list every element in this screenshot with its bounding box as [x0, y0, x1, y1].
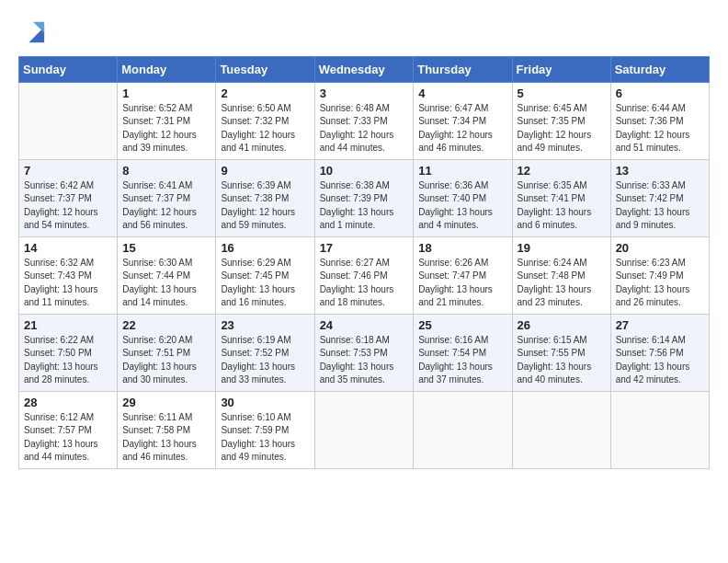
calendar-cell: 19Sunrise: 6:24 AM Sunset: 7:48 PM Dayli…	[512, 236, 610, 314]
day-number: 9	[221, 164, 309, 178]
day-number: 10	[320, 164, 409, 178]
day-number: 25	[418, 318, 506, 332]
calendar-cell: 14Sunrise: 6:32 AM Sunset: 7:43 PM Dayli…	[19, 236, 118, 314]
day-number: 24	[320, 318, 409, 332]
column-header-wednesday: Wednesday	[314, 56, 414, 82]
day-info: Sunrise: 6:33 AM Sunset: 7:42 PM Dayligh…	[616, 179, 704, 233]
day-info: Sunrise: 6:36 AM Sunset: 7:40 PM Dayligh…	[418, 179, 506, 233]
day-info: Sunrise: 6:22 AM Sunset: 7:50 PM Dayligh…	[24, 334, 112, 387]
calendar-cell: 15Sunrise: 6:30 AM Sunset: 7:44 PM Dayli…	[118, 236, 216, 314]
calendar-cell	[610, 391, 709, 468]
logo	[18, 18, 46, 49]
calendar-cell: 22Sunrise: 6:20 AM Sunset: 7:51 PM Dayli…	[118, 314, 216, 391]
day-number: 1	[122, 86, 210, 100]
day-info: Sunrise: 6:50 AM Sunset: 7:32 PM Dayligh…	[221, 102, 309, 155]
calendar-cell: 28Sunrise: 6:12 AM Sunset: 7:57 PM Dayli…	[19, 391, 118, 468]
day-info: Sunrise: 6:23 AM Sunset: 7:49 PM Dayligh…	[616, 257, 704, 310]
day-info: Sunrise: 6:26 AM Sunset: 7:47 PM Dayligh…	[418, 257, 506, 310]
day-number: 18	[418, 241, 506, 255]
logo-text	[18, 18, 46, 49]
day-info: Sunrise: 6:39 AM Sunset: 7:38 PM Dayligh…	[221, 179, 309, 233]
calendar-week-5: 28Sunrise: 6:12 AM Sunset: 7:57 PM Dayli…	[19, 391, 710, 468]
column-header-monday: Monday	[118, 56, 216, 82]
day-number: 14	[24, 241, 112, 255]
calendar-cell: 4Sunrise: 6:47 AM Sunset: 7:34 PM Daylig…	[414, 82, 512, 159]
day-number: 21	[24, 318, 112, 332]
calendar-cell: 7Sunrise: 6:42 AM Sunset: 7:37 PM Daylig…	[19, 159, 118, 236]
day-number: 6	[616, 86, 704, 100]
calendar-cell	[512, 391, 610, 468]
day-number: 23	[221, 318, 309, 332]
day-info: Sunrise: 6:12 AM Sunset: 7:57 PM Dayligh…	[24, 411, 112, 465]
day-info: Sunrise: 6:16 AM Sunset: 7:54 PM Dayligh…	[418, 334, 506, 387]
day-info: Sunrise: 6:29 AM Sunset: 7:45 PM Dayligh…	[221, 257, 309, 310]
day-info: Sunrise: 6:42 AM Sunset: 7:37 PM Dayligh…	[24, 179, 112, 233]
calendar-cell: 6Sunrise: 6:44 AM Sunset: 7:36 PM Daylig…	[610, 82, 709, 159]
calendar-cell: 21Sunrise: 6:22 AM Sunset: 7:50 PM Dayli…	[19, 314, 118, 391]
day-info: Sunrise: 6:41 AM Sunset: 7:37 PM Dayligh…	[122, 179, 210, 233]
day-number: 2	[221, 86, 309, 100]
calendar-cell: 23Sunrise: 6:19 AM Sunset: 7:52 PM Dayli…	[216, 314, 314, 391]
calendar-cell: 13Sunrise: 6:33 AM Sunset: 7:42 PM Dayli…	[610, 159, 709, 236]
calendar-cell: 24Sunrise: 6:18 AM Sunset: 7:53 PM Dayli…	[314, 314, 414, 391]
day-info: Sunrise: 6:14 AM Sunset: 7:56 PM Dayligh…	[616, 334, 704, 387]
day-number: 19	[518, 241, 606, 255]
day-info: Sunrise: 6:45 AM Sunset: 7:35 PM Dayligh…	[518, 102, 606, 155]
day-info: Sunrise: 6:15 AM Sunset: 7:55 PM Dayligh…	[518, 334, 606, 387]
calendar-cell: 3Sunrise: 6:48 AM Sunset: 7:33 PM Daylig…	[314, 82, 414, 159]
day-info: Sunrise: 6:18 AM Sunset: 7:53 PM Dayligh…	[320, 334, 409, 387]
calendar-week-1: 1Sunrise: 6:52 AM Sunset: 7:31 PM Daylig…	[19, 82, 710, 159]
calendar-header-row: SundayMondayTuesdayWednesdayThursdayFrid…	[19, 56, 710, 82]
calendar-cell: 16Sunrise: 6:29 AM Sunset: 7:45 PM Dayli…	[216, 236, 314, 314]
calendar-cell: 10Sunrise: 6:38 AM Sunset: 7:39 PM Dayli…	[314, 159, 414, 236]
calendar-body: 1Sunrise: 6:52 AM Sunset: 7:31 PM Daylig…	[19, 82, 710, 468]
logo-triangle-icon	[20, 18, 46, 44]
calendar-cell: 18Sunrise: 6:26 AM Sunset: 7:47 PM Dayli…	[414, 236, 512, 314]
column-header-saturday: Saturday	[610, 56, 709, 82]
day-number: 7	[24, 164, 112, 178]
page-header	[18, 15, 710, 49]
column-header-sunday: Sunday	[19, 56, 118, 82]
day-number: 17	[320, 241, 409, 255]
calendar-cell: 25Sunrise: 6:16 AM Sunset: 7:54 PM Dayli…	[414, 314, 512, 391]
column-header-friday: Friday	[512, 56, 610, 82]
calendar-cell: 12Sunrise: 6:35 AM Sunset: 7:41 PM Dayli…	[512, 159, 610, 236]
day-number: 11	[418, 164, 506, 178]
calendar-week-3: 14Sunrise: 6:32 AM Sunset: 7:43 PM Dayli…	[19, 236, 710, 314]
day-info: Sunrise: 6:11 AM Sunset: 7:58 PM Dayligh…	[122, 411, 210, 465]
calendar-cell: 8Sunrise: 6:41 AM Sunset: 7:37 PM Daylig…	[118, 159, 216, 236]
calendar-cell	[314, 391, 414, 468]
calendar-table: SundayMondayTuesdayWednesdayThursdayFrid…	[18, 56, 710, 469]
day-info: Sunrise: 6:52 AM Sunset: 7:31 PM Dayligh…	[122, 102, 210, 155]
day-number: 4	[418, 86, 506, 100]
calendar-cell: 11Sunrise: 6:36 AM Sunset: 7:40 PM Dayli…	[414, 159, 512, 236]
day-number: 3	[320, 86, 409, 100]
calendar-cell: 2Sunrise: 6:50 AM Sunset: 7:32 PM Daylig…	[216, 82, 314, 159]
day-info: Sunrise: 6:44 AM Sunset: 7:36 PM Dayligh…	[616, 102, 704, 155]
calendar-cell: 30Sunrise: 6:10 AM Sunset: 7:59 PM Dayli…	[216, 391, 314, 468]
day-number: 29	[122, 396, 210, 409]
calendar-cell	[414, 391, 512, 468]
calendar-cell: 20Sunrise: 6:23 AM Sunset: 7:49 PM Dayli…	[610, 236, 709, 314]
calendar-cell: 1Sunrise: 6:52 AM Sunset: 7:31 PM Daylig…	[118, 82, 216, 159]
calendar-cell: 17Sunrise: 6:27 AM Sunset: 7:46 PM Dayli…	[314, 236, 414, 314]
day-info: Sunrise: 6:24 AM Sunset: 7:48 PM Dayligh…	[518, 257, 606, 310]
day-number: 27	[616, 318, 704, 332]
calendar-week-2: 7Sunrise: 6:42 AM Sunset: 7:37 PM Daylig…	[19, 159, 710, 236]
calendar-cell: 26Sunrise: 6:15 AM Sunset: 7:55 PM Dayli…	[512, 314, 610, 391]
day-number: 8	[122, 164, 210, 178]
day-number: 15	[122, 241, 210, 255]
day-info: Sunrise: 6:10 AM Sunset: 7:59 PM Dayligh…	[221, 411, 309, 465]
day-info: Sunrise: 6:20 AM Sunset: 7:51 PM Dayligh…	[122, 334, 210, 387]
calendar-cell: 5Sunrise: 6:45 AM Sunset: 7:35 PM Daylig…	[512, 82, 610, 159]
day-number: 30	[221, 396, 309, 409]
day-number: 20	[616, 241, 704, 255]
day-info: Sunrise: 6:38 AM Sunset: 7:39 PM Dayligh…	[320, 179, 409, 233]
day-number: 13	[616, 164, 704, 178]
day-number: 16	[221, 241, 309, 255]
day-info: Sunrise: 6:19 AM Sunset: 7:52 PM Dayligh…	[221, 334, 309, 387]
calendar-cell: 27Sunrise: 6:14 AM Sunset: 7:56 PM Dayli…	[610, 314, 709, 391]
calendar-cell: 9Sunrise: 6:39 AM Sunset: 7:38 PM Daylig…	[216, 159, 314, 236]
column-header-thursday: Thursday	[414, 56, 512, 82]
day-number: 12	[518, 164, 606, 178]
